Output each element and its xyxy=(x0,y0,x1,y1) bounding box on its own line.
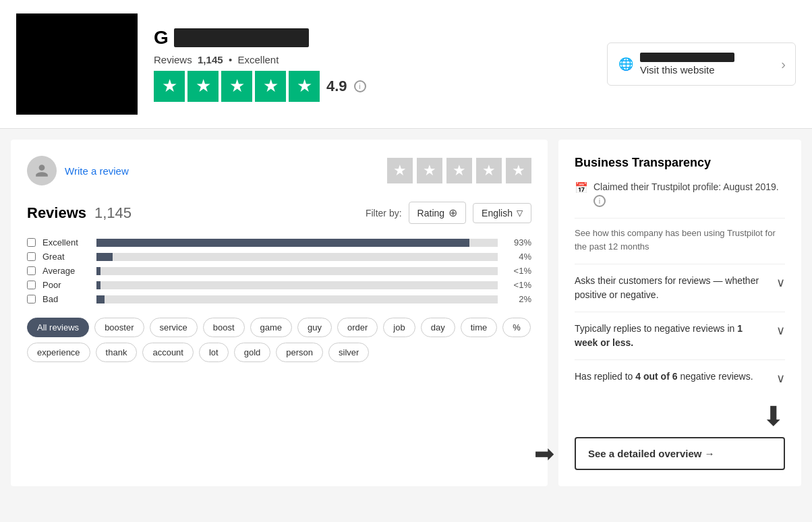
bar-pct-1: 4% xyxy=(504,252,531,262)
tag-btn-all-reviews[interactable]: All reviews xyxy=(27,318,89,337)
bar-track-0 xyxy=(96,239,498,247)
tag-btn-booster[interactable]: booster xyxy=(94,318,144,337)
rating-filter-button[interactable]: Rating ⊕ xyxy=(409,202,466,224)
chevron-down-icon-1: ∨ xyxy=(776,275,785,290)
language-filter-label: English xyxy=(482,208,513,219)
company-info: G Reviews 1,145 • Excellent ★ ★ ★ ★ ★ 4.… xyxy=(154,27,591,102)
tag-btn-guy[interactable]: guy xyxy=(297,318,332,337)
tag-btn--[interactable]: % xyxy=(502,318,531,337)
company-logo xyxy=(16,13,138,115)
empty-star-4: ★ xyxy=(476,158,502,183)
rating-row-great: Great 4% xyxy=(27,252,531,262)
visit-website-label: Visit this website xyxy=(640,64,734,76)
arrow-down-icon: ⬇ xyxy=(762,401,785,432)
see-overview-wrapper: ➡ See a detailed overview → xyxy=(575,437,785,470)
claimed-row: 📅 Claimed their Trustpilot profile: Augu… xyxy=(575,181,785,207)
transparency-item-2[interactable]: Typically replies to negative reviews in… xyxy=(575,312,785,359)
star-2: ★ xyxy=(187,71,219,102)
company-name-letter: G xyxy=(154,27,169,49)
bar-pct-2: <1% xyxy=(504,266,531,276)
transparency-item-1[interactable]: Asks their customers for reviews — wheth… xyxy=(575,264,785,312)
divider-1 xyxy=(575,218,785,219)
using-trustpilot-text: See how this company has been using Trus… xyxy=(575,227,785,253)
reviews-meta: Reviews 1,145 • Excellent xyxy=(154,54,591,65)
bar-pct-0: 93% xyxy=(504,237,531,248)
rating-row-average: Average <1% xyxy=(27,266,531,276)
stars-row: ★ ★ ★ ★ ★ 4.9 i xyxy=(154,71,591,102)
chevron-down-icon: ▽ xyxy=(517,208,523,218)
transparency-item-1-text: Asks their customers for reviews — wheth… xyxy=(575,274,776,302)
tag-btn-order[interactable]: order xyxy=(337,318,378,337)
write-review-left: Write a review xyxy=(27,156,129,185)
tag-btn-gold[interactable]: gold xyxy=(234,343,271,362)
claimed-info-icon[interactable]: i xyxy=(593,195,606,207)
write-review-row: Write a review ★ ★ ★ ★ ★ xyxy=(27,156,531,185)
write-review-link[interactable]: Write a review xyxy=(65,165,129,177)
tag-btn-person[interactable]: person xyxy=(276,343,323,362)
tag-btn-time[interactable]: time xyxy=(461,318,498,337)
bar-fill-3 xyxy=(96,281,100,289)
language-filter-button[interactable]: English ▽ xyxy=(473,203,531,223)
reviews-header: Reviews 1,145 Filter by: Rating ⊕ Englis… xyxy=(27,202,531,224)
top-section: G Reviews 1,145 • Excellent ★ ★ ★ ★ ★ 4.… xyxy=(0,0,812,129)
plus-icon: ⊕ xyxy=(448,206,457,219)
rating-checkbox-3[interactable] xyxy=(27,281,36,289)
rating-label-3: Poor xyxy=(42,280,90,290)
see-overview-button[interactable]: See a detailed overview → xyxy=(575,437,785,470)
bar-fill-4 xyxy=(96,295,105,303)
tag-btn-experience[interactable]: experience xyxy=(27,343,90,362)
arrow-down-section: ⬇ xyxy=(575,401,785,432)
tag-btn-boost[interactable]: boost xyxy=(203,318,245,337)
transparency-title: Business Transparency xyxy=(575,156,785,170)
claimed-text-content: Claimed their Trustpilot profile: August… xyxy=(593,181,779,192)
bar-fill-0 xyxy=(96,239,469,247)
transparency-item-3-text: Has replied to 4 out of 6 negative revie… xyxy=(575,370,776,384)
arrow-right-icon: ➡ xyxy=(534,440,554,468)
chevron-down-icon-3: ∨ xyxy=(776,371,785,386)
bar-track-3 xyxy=(96,281,498,289)
visit-website-box[interactable]: 🌐 Visit this website › xyxy=(607,42,796,86)
rating-label-2: Average xyxy=(42,266,90,276)
bar-pct-3: <1% xyxy=(504,280,531,290)
company-name-redacted xyxy=(174,28,309,47)
filter-by-label: Filter by: xyxy=(366,208,402,219)
rating-info-icon[interactable]: i xyxy=(354,80,366,92)
tag-btn-job[interactable]: job xyxy=(383,318,415,337)
stars-container: ★ ★ ★ ★ ★ xyxy=(154,71,320,102)
empty-star-3: ★ xyxy=(446,158,472,183)
company-name: G xyxy=(154,27,591,49)
reviews-title-group: Reviews 1,145 xyxy=(27,204,132,222)
rating-checkbox-0[interactable] xyxy=(27,238,36,247)
tag-btn-day[interactable]: day xyxy=(421,318,455,337)
rating-row-excellent: Excellent 93% xyxy=(27,237,531,248)
url-redacted xyxy=(640,53,734,62)
tag-btn-service[interactable]: service xyxy=(150,318,198,337)
calendar-icon: 📅 xyxy=(575,181,588,194)
rating-label-1: Great xyxy=(42,252,90,262)
globe-icon: 🌐 xyxy=(618,57,633,71)
star-4: ★ xyxy=(255,71,286,102)
tag-btn-game[interactable]: game xyxy=(250,318,293,337)
rating-stars-empty: ★ ★ ★ ★ ★ xyxy=(387,158,531,183)
rating-number: 4.9 xyxy=(326,78,347,95)
rating-checkbox-4[interactable] xyxy=(27,295,36,303)
tag-btn-lot[interactable]: lot xyxy=(199,343,229,362)
bar-track-4 xyxy=(96,295,498,303)
transparency-item-3[interactable]: Has replied to 4 out of 6 negative revie… xyxy=(575,359,785,395)
claimed-text: Claimed their Trustpilot profile: August… xyxy=(593,181,785,207)
rating-label-4: Bad xyxy=(42,294,90,304)
bar-track-1 xyxy=(96,253,498,261)
tag-btn-thank[interactable]: thank xyxy=(96,343,138,362)
tag-filters: All reviewsboosterserviceboostgameguyord… xyxy=(27,318,531,362)
empty-star-5: ★ xyxy=(506,158,531,183)
tag-btn-silver[interactable]: silver xyxy=(328,343,369,362)
rating-filter-label: Rating xyxy=(417,208,444,219)
bar-fill-2 xyxy=(96,267,100,275)
bar-track-2 xyxy=(96,267,498,275)
transparency-item-2-text: Typically replies to negative reviews in… xyxy=(575,322,776,350)
rating-checkbox-1[interactable] xyxy=(27,252,36,261)
chevron-down-icon-2: ∨ xyxy=(776,323,785,338)
rating-checkbox-2[interactable] xyxy=(27,266,36,275)
bar-pct-4: 2% xyxy=(504,294,531,304)
tag-btn-account[interactable]: account xyxy=(142,343,194,362)
